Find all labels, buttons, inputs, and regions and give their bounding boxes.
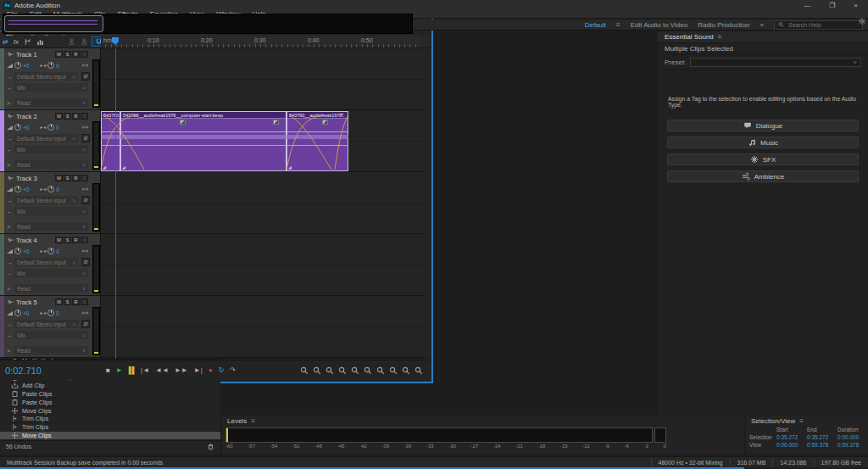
volume-value[interactable]: +0	[23, 63, 29, 69]
arm-record-button[interactable]: R	[72, 175, 80, 181]
tag-button[interactable]: Ambience	[667, 170, 859, 182]
zoom-tool-button[interactable]	[415, 366, 423, 375]
panel-menu-icon[interactable]: ≡	[251, 417, 255, 425]
pause-button[interactable]: ▌▌	[129, 366, 135, 374]
workspace-menu-icon[interactable]: ≡	[616, 21, 620, 29]
track-header[interactable]: Track 4 M S R I	[0, 234, 101, 295]
time-display[interactable]: 0:02.710	[0, 366, 59, 376]
automation-mode-selector[interactable]: Read ˅	[14, 222, 88, 231]
zoom-tool-button[interactable]	[338, 366, 347, 375]
start-value[interactable]: 0:35.272	[776, 434, 807, 440]
track-header[interactable]: Track 3 M S R I	[0, 172, 101, 233]
search-help-box[interactable]	[774, 20, 863, 30]
track-routing-icon[interactable]	[21, 37, 34, 45]
history-item[interactable]: Add Clip	[0, 382, 220, 390]
monitor-input-button[interactable]: I	[81, 175, 88, 181]
close-button[interactable]: ×	[854, 2, 858, 9]
phase-button[interactable]: Ø	[81, 258, 90, 266]
metronome-settings-icon[interactable]	[78, 37, 91, 45]
solo-button[interactable]: S	[64, 51, 71, 58]
solo-button[interactable]: S	[64, 299, 71, 305]
volume-knob[interactable]	[14, 248, 21, 254]
automation-mode-selector[interactable]: Read ˅	[14, 98, 88, 107]
stop-button[interactable]: ■	[106, 366, 110, 374]
zoom-tool-button[interactable]	[402, 366, 410, 375]
zoom-tool-button[interactable]	[326, 366, 334, 375]
zoom-tool-button[interactable]	[389, 366, 398, 375]
tag-button[interactable]: Dialogue	[667, 120, 859, 131]
maximize-button[interactable]: ❐	[829, 2, 835, 9]
history-item[interactable]: Paste Clips	[0, 399, 220, 407]
arm-record-button[interactable]: R	[72, 237, 80, 243]
fast-forward-button[interactable]: ►►	[175, 366, 188, 374]
solo-button[interactable]: S	[64, 237, 71, 243]
output-selector[interactable]: Mix >	[14, 269, 88, 277]
workspace-edit-audio-to-video[interactable]: Edit Audio to Video	[631, 21, 687, 29]
mute-button[interactable]: M	[55, 237, 63, 243]
play-button[interactable]: ►	[116, 366, 123, 374]
tag-button[interactable]: Music	[667, 137, 859, 148]
phase-button[interactable]: Ø	[81, 320, 90, 328]
history-item[interactable]: Trim Clips	[0, 416, 220, 424]
loop-playback-button[interactable]: ↻	[219, 366, 225, 374]
tag-button[interactable]: SFX	[667, 154, 859, 165]
output-selector[interactable]: Mix >	[14, 331, 88, 339]
track-name[interactable]: Track 1	[16, 51, 37, 59]
history-item[interactable]: Move Clips	[0, 407, 220, 416]
mute-button[interactable]: M	[55, 51, 63, 58]
volume-value[interactable]: +0	[23, 187, 29, 193]
skip-selection-button[interactable]: ↷	[230, 366, 236, 374]
track-lane[interactable]	[101, 48, 425, 109]
input-selector[interactable]: Default Stereo Input >	[14, 258, 78, 266]
clip-effects-icon[interactable]: fx	[11, 38, 21, 46]
panel-menu-icon[interactable]: ≡	[799, 417, 804, 425]
monitor-input-button[interactable]: I	[81, 237, 88, 243]
track-header[interactable]: Track 5 M S R I	[0, 296, 101, 357]
pan-knob[interactable]	[47, 248, 54, 254]
output-selector[interactable]: Mix >	[14, 145, 88, 154]
zoom-navigator[interactable]	[3, 14, 413, 34]
record-button[interactable]: ●	[209, 366, 213, 374]
input-selector[interactable]: Default Stereo Input >	[14, 320, 78, 328]
pan-value[interactable]: 0	[56, 125, 59, 131]
arm-record-button[interactable]: R	[72, 51, 80, 58]
minimize-button[interactable]: —	[804, 2, 810, 9]
search-help-input[interactable]	[787, 21, 859, 29]
pan-value[interactable]: 0	[56, 63, 59, 69]
navigator-view-handle[interactable]	[4, 15, 103, 32]
track-lane[interactable]	[101, 172, 425, 233]
input-selector[interactable]: Default Stereo Input >	[14, 134, 78, 142]
track-swap-icon[interactable]: ⇄	[0, 38, 11, 46]
output-selector[interactable]: Mix >	[14, 83, 88, 92]
workspace-radio-production[interactable]: Radio Production	[698, 21, 749, 29]
automation-expander-icon[interactable]: >	[7, 286, 13, 292]
track-name[interactable]: Track 4	[16, 237, 37, 244]
pan-value[interactable]: 0	[56, 310, 59, 316]
track-header[interactable]: Track 2 M S R I	[0, 110, 101, 171]
history-item[interactable]: Paste Clips	[0, 390, 220, 399]
arm-record-button[interactable]: R	[72, 299, 80, 305]
editor-settings-icon[interactable]	[858, 17, 866, 25]
track-name[interactable]: Track 2	[16, 113, 37, 120]
workspace-overflow-button[interactable]: »	[760, 21, 764, 29]
workspace-default[interactable]: Default	[585, 21, 606, 29]
track-header[interactable]: Track 1 M S R I	[0, 48, 101, 109]
preset-dropdown[interactable]: ˅	[690, 58, 861, 67]
track-lane[interactable]	[101, 110, 425, 171]
duration-value[interactable]: 0:59.378	[837, 442, 868, 448]
automation-mode-selector[interactable]: Read ˅	[14, 160, 88, 169]
zoom-tool-button[interactable]	[351, 366, 359, 375]
zoom-tool-button[interactable]	[300, 366, 309, 375]
volume-value[interactable]: +0	[23, 125, 29, 131]
volume-knob[interactable]	[14, 62, 21, 69]
mute-button[interactable]: M	[55, 113, 63, 120]
start-value[interactable]: 0:00.000	[776, 442, 807, 448]
go-to-start-button[interactable]: |◄	[141, 366, 149, 374]
track-lane[interactable]	[101, 234, 425, 295]
pan-knob[interactable]	[47, 62, 54, 69]
zoom-tool-button[interactable]	[376, 366, 385, 375]
pan-knob[interactable]	[47, 186, 54, 193]
metronome-icon[interactable]	[65, 37, 78, 45]
timeline-ruler[interactable]: hms 0:10 0:20 0:30 0:40 0:50	[101, 36, 420, 48]
phase-button[interactable]: Ø	[81, 72, 90, 81]
